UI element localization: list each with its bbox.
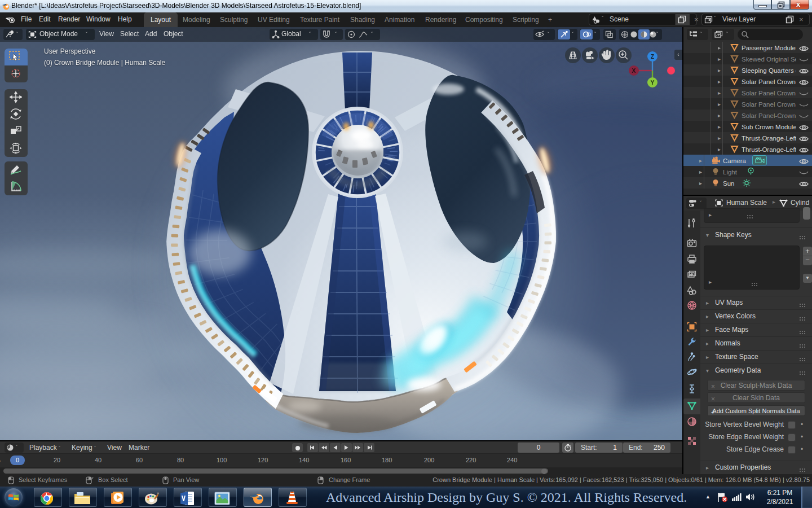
svg-text:Y: Y (650, 79, 654, 86)
svg-text:Z: Z (651, 53, 655, 60)
svg-text:X: X (632, 67, 636, 74)
